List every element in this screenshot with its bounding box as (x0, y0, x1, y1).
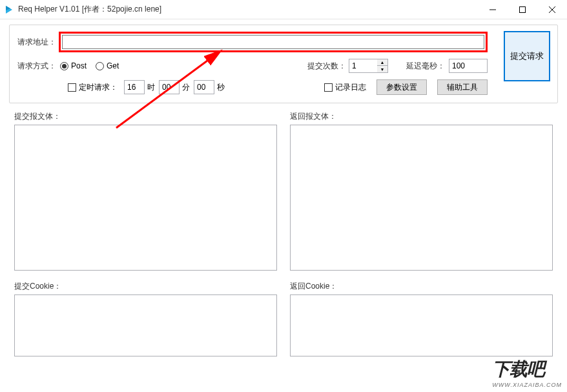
method-label: 请求方式： (17, 61, 56, 72)
minimize-button[interactable] (478, 0, 508, 19)
maximize-button[interactable] (508, 0, 537, 19)
minute-unit: 分 (182, 82, 190, 93)
request-cookie-label: 提交Cookie： (14, 281, 277, 292)
svg-rect-3 (520, 6, 526, 12)
response-body-label: 返回报文体： (290, 111, 553, 122)
response-body-textarea[interactable] (290, 125, 553, 271)
checkbox-icon (68, 83, 76, 92)
spinner-up[interactable]: ▲ (377, 59, 387, 66)
hour-input[interactable] (124, 80, 145, 94)
submit-count-label: 提交次数： (307, 61, 346, 72)
submit-request-button[interactable]: 提交请求 (504, 31, 550, 81)
watermark: 下载吧 WWW.XIAZAIBA.COM (492, 357, 562, 388)
minute-input[interactable] (159, 80, 180, 94)
timed-request-checkbox[interactable]: 定时请求： (68, 82, 118, 93)
log-label: 记录日志 (335, 82, 366, 93)
url-highlight-box (59, 32, 488, 52)
submit-count-input[interactable] (349, 59, 377, 73)
method-radio-group: Post Get (60, 61, 119, 70)
request-panel: 请求地址： 请求方式： Post Get 提交次数： (9, 25, 558, 103)
param-settings-button[interactable]: 参数设置 (376, 79, 427, 95)
radio-icon (96, 62, 104, 70)
post-label: Post (71, 61, 87, 70)
window-controls (478, 0, 567, 19)
request-cookie-textarea[interactable] (14, 294, 277, 356)
timed-request-label: 定时请求： (79, 82, 118, 93)
checkbox-icon (324, 83, 333, 92)
get-label: Get (107, 61, 119, 70)
watermark-sub: WWW.XIAZAIBA.COM (492, 382, 562, 388)
watermark-main: 下载吧 (492, 357, 562, 382)
helper-tools-button[interactable]: 辅助工具 (437, 79, 488, 95)
second-unit: 秒 (217, 82, 225, 93)
request-body-textarea[interactable] (14, 125, 277, 271)
window-title: Req Helper V1.01 [作者：52pojie.cn lene] (18, 4, 478, 15)
url-label: 请求地址： (17, 37, 56, 48)
cookie-panels: 提交Cookie： 返回Cookie： (0, 271, 567, 356)
hour-unit: 时 (147, 82, 155, 93)
log-checkbox[interactable]: 记录日志 (324, 82, 366, 93)
url-input[interactable] (62, 35, 484, 49)
response-cookie-textarea[interactable] (290, 294, 553, 356)
spinner-down[interactable]: ▼ (377, 66, 387, 72)
titlebar: Req Helper V1.01 [作者：52pojie.cn lene] (0, 0, 567, 19)
app-icon (4, 5, 14, 15)
body-panels: 提交报文体： 返回报文体： (0, 103, 567, 271)
get-radio[interactable]: Get (96, 61, 119, 70)
radio-icon (60, 62, 68, 70)
response-cookie-label: 返回Cookie： (290, 281, 553, 292)
close-button[interactable] (537, 0, 567, 19)
delay-label: 延迟毫秒： (406, 61, 445, 72)
post-radio[interactable]: Post (60, 61, 87, 70)
second-input[interactable] (194, 80, 214, 94)
request-body-label: 提交报文体： (14, 111, 277, 122)
delay-input[interactable] (449, 59, 488, 73)
